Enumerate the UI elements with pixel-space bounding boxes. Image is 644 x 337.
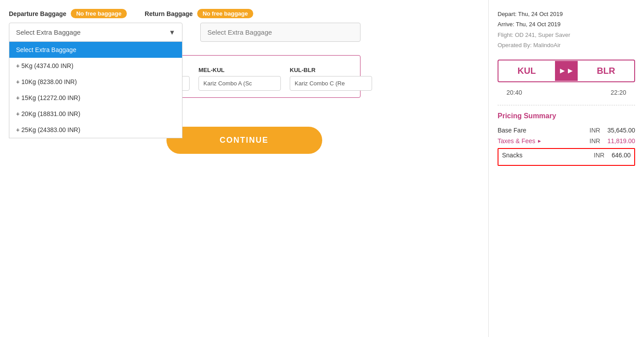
baggage-section: Departure Baggage No free baggage Return… xyxy=(9,9,479,18)
snacks-row: Snacks INR 646.00 xyxy=(502,152,631,159)
arrive-line: Arrive: Thu, 24 Oct 2019 xyxy=(498,19,635,29)
departure-option-3[interactable]: + 15Kg (12272.00 INR) xyxy=(9,90,182,106)
departure-option-2[interactable]: + 10Kg (8238.00 INR) xyxy=(9,74,182,90)
divider xyxy=(498,105,635,105)
return-baggage-dropdown[interactable] xyxy=(200,23,360,42)
continue-button[interactable]: CONTINUE xyxy=(166,127,322,154)
route-times: 20:40 22:20 xyxy=(498,89,635,96)
return-baggage-group: Return Baggage No free baggage xyxy=(145,9,253,18)
taxes-row: Taxes & Fees ► INR 11,819.00 xyxy=(498,137,635,144)
departure-dropdown-arrow: ▼ xyxy=(169,28,175,36)
depart-line: Depart: Thu, 24 Oct 2019 xyxy=(498,9,635,19)
taxes-expand-icon[interactable]: ► xyxy=(537,138,542,144)
return-dropdown-input[interactable] xyxy=(200,23,360,42)
flight-line: Flight: OD 241, Super Saver xyxy=(498,30,635,40)
segment-group-2: MEL-KULKariz Combo A (Sc xyxy=(198,67,281,91)
segment-label-3: KUL-BLR xyxy=(290,67,372,73)
return-baggage-label: Return Baggage xyxy=(145,10,193,17)
departure-baggage-group: Departure Baggage No free baggage xyxy=(9,9,127,18)
base-fare-currency: INR xyxy=(590,127,600,134)
segment-label-2: MEL-KUL xyxy=(198,67,281,73)
snacks-currency: INR xyxy=(594,152,604,159)
base-fare-amount: 35,645.00 xyxy=(608,127,635,134)
to-city: BLR xyxy=(578,60,634,81)
departure-option-0[interactable]: Select Extra Baggage xyxy=(9,42,182,58)
return-no-free-badge: No free baggage xyxy=(197,9,253,18)
taxes-label: Taxes & Fees xyxy=(498,137,535,144)
snacks-row-wrapper: Snacks INR 646.00 xyxy=(498,148,635,166)
arrive-time: 22:20 xyxy=(611,89,626,96)
taxes-label-group: Taxes & Fees ► xyxy=(498,137,542,144)
departure-option-4[interactable]: + 20Kg (18831.00 INR) xyxy=(9,106,182,122)
departure-option-5[interactable]: + 25Kg (24383.00 INR) xyxy=(9,122,182,138)
base-fare-row: Base Fare INR 35,645.00 xyxy=(498,127,635,134)
segment-group-3: KUL-BLRKariz Combo C (Re xyxy=(290,67,372,91)
snacks-label: Snacks xyxy=(502,152,522,159)
flight-info: Depart: Thu, 24 Oct 2019 Arrive: Thu, 24… xyxy=(498,9,635,51)
route-arrow-icon: ►► xyxy=(555,61,578,81)
segment-select-3[interactable]: Kariz Combo C (Re xyxy=(290,76,372,91)
departure-dropdown-trigger[interactable]: Select Extra Baggage ▼ xyxy=(9,23,182,42)
taxes-amount: 11,819.00 xyxy=(608,137,635,144)
departure-dropdown-menu: Select Extra Baggage+ 5Kg (4374.00 INR)+… xyxy=(9,42,182,138)
operated-line: Operated By: MalindoAir xyxy=(498,40,635,50)
taxes-currency: INR xyxy=(590,137,600,144)
from-city: KUL xyxy=(498,60,555,81)
snacks-amount: 646.00 xyxy=(612,152,631,159)
departure-baggage-dropdown[interactable]: Select Extra Baggage ▼ Select Extra Bagg… xyxy=(9,23,182,42)
segment-select-2[interactable]: Kariz Combo A (Sc xyxy=(198,76,281,91)
departure-baggage-label: Departure Baggage xyxy=(9,10,66,17)
base-fare-label: Base Fare xyxy=(498,127,527,134)
sidebar: Depart: Thu, 24 Oct 2019 Arrive: Thu, 24… xyxy=(488,0,644,337)
departure-no-free-badge: No free baggage xyxy=(71,9,127,18)
pricing-title: Pricing Summary xyxy=(498,112,635,120)
departure-option-1[interactable]: + 5Kg (4374.00 INR) xyxy=(9,58,182,74)
route-box: KUL ►► BLR xyxy=(498,60,635,82)
departure-dropdown-selected: Select Extra Baggage xyxy=(16,28,81,36)
depart-time: 20:40 xyxy=(506,89,522,96)
